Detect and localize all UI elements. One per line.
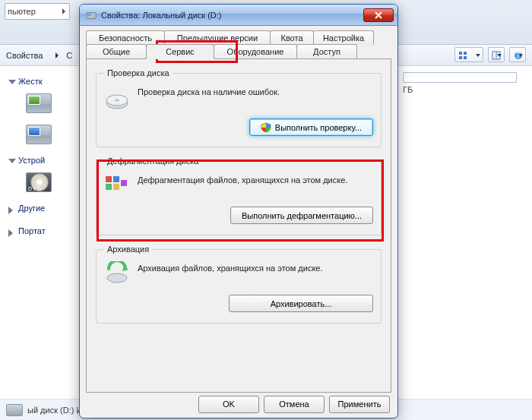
tab-tools[interactable]: Сервис xyxy=(146,44,214,59)
disk-check-icon xyxy=(104,85,130,111)
toolbar-extra[interactable]: С xyxy=(66,51,72,60)
breadcrumb[interactable]: пьютер xyxy=(5,3,70,20)
svg-rect-2 xyxy=(459,56,462,59)
group-legend: Архивация xyxy=(104,245,152,254)
group-disk-check: Проверка диска Проверка диска на наличие… xyxy=(96,68,382,147)
details-column: ГБ xyxy=(403,72,524,94)
drive-icon xyxy=(86,10,97,21)
group-text: Архивация файлов, хранящихся на этом дис… xyxy=(138,260,323,274)
titlebar[interactable]: Свойства: Локальный диск (D:) xyxy=(80,5,397,26)
tab-row-top: Безопасность Предыдущие версии Квота Нас… xyxy=(86,30,391,45)
close-button[interactable] xyxy=(363,8,394,22)
svg-rect-9 xyxy=(87,13,91,16)
svg-rect-17 xyxy=(106,184,112,190)
run-defrag-button[interactable]: Выполнить дефрагментацию... xyxy=(230,207,373,224)
svg-rect-0 xyxy=(459,52,462,55)
view-mode-button[interactable] xyxy=(454,47,483,62)
tab-versions[interactable]: Предыдущие версии xyxy=(164,30,271,45)
hdd-icon xyxy=(6,404,23,416)
group-legend: Дефрагментация диска xyxy=(104,156,201,166)
run-backup-button[interactable]: Архивировать... xyxy=(229,295,373,312)
breadcrumb-text: пьютер xyxy=(8,7,36,16)
defrag-icon xyxy=(104,173,130,199)
svg-rect-16 xyxy=(113,176,119,182)
svg-rect-3 xyxy=(464,56,467,59)
svg-rect-1 xyxy=(464,52,467,55)
tab-customize[interactable]: Настройка xyxy=(313,30,374,45)
svg-point-14 xyxy=(115,99,119,102)
tab-general[interactable]: Общие xyxy=(86,44,147,58)
dialog-title: Свойства: Локальный диск (D:) xyxy=(101,11,222,20)
group-legend: Проверка диска xyxy=(104,68,173,77)
tab-security[interactable]: Безопасность xyxy=(86,30,165,45)
toolbar-properties[interactable]: Свойства xyxy=(6,51,43,60)
group-text: Проверка диска на наличие ошибок. xyxy=(138,84,280,98)
svg-rect-18 xyxy=(113,184,119,190)
apply-button[interactable]: Применить xyxy=(329,396,390,413)
tab-row-bottom: Общие Сервис Оборудование Доступ xyxy=(86,44,391,58)
ok-button[interactable]: OK xyxy=(198,396,259,413)
chevron-right-icon xyxy=(55,52,59,58)
hdd-icon xyxy=(26,125,52,144)
preview-pane-button[interactable] xyxy=(488,47,505,62)
capacity-bar xyxy=(403,72,517,83)
svg-point-20 xyxy=(107,273,127,283)
cancel-button[interactable]: Отмена xyxy=(264,396,325,413)
help-button[interactable]: ? xyxy=(509,47,526,62)
tab-strip: Безопасность Предыдущие версии Квота Нас… xyxy=(80,26,397,393)
tab-sharing[interactable]: Доступ xyxy=(296,44,357,58)
group-text: Дефрагментация файлов, хранящихся на это… xyxy=(138,172,347,186)
tab-hardware[interactable]: Оборудование xyxy=(214,44,297,58)
backup-icon xyxy=(104,261,130,287)
run-check-button[interactable]: Выполнить проверку... xyxy=(249,118,373,136)
svg-rect-19 xyxy=(121,180,127,186)
chevron-right-icon xyxy=(62,8,65,14)
dialog-button-row: OK Отмена Применить xyxy=(80,390,397,418)
properties-dialog: Свойства: Локальный диск (D:) Безопаснос… xyxy=(79,4,398,418)
svg-text:?: ? xyxy=(516,50,521,59)
view-buttons: ? xyxy=(454,47,526,62)
svg-rect-15 xyxy=(106,176,112,182)
group-backup: Архивация Архивация файлов, хранящихся н… xyxy=(96,245,382,324)
capacity-text: ГБ xyxy=(403,85,524,94)
tab-quota[interactable]: Квота xyxy=(270,30,314,45)
dvd-icon xyxy=(26,172,52,192)
shield-icon xyxy=(261,122,271,133)
hdd-icon xyxy=(26,93,52,113)
group-defrag: Дефрагментация диска Дефрагментация файл… xyxy=(96,156,382,235)
tab-panel-tools: Проверка диска Проверка диска на наличие… xyxy=(86,58,391,393)
